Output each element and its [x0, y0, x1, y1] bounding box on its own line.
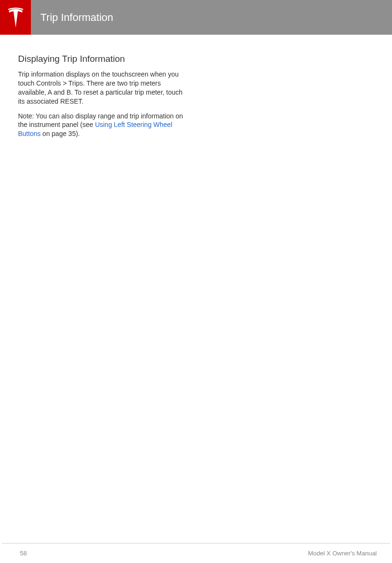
- section-heading: Displaying Trip Information: [18, 54, 186, 64]
- page-title: Trip Information: [40, 11, 113, 24]
- page-footer: 58 Model X Owner's Manual: [2, 543, 390, 563]
- page-number: 58: [20, 550, 27, 557]
- note-suffix: on page 35).: [40, 130, 80, 137]
- title-bar: Trip Information: [31, 0, 392, 35]
- tesla-logo-icon: [6, 8, 25, 28]
- content-area: Displaying Trip Information Trip informa…: [0, 35, 204, 138]
- logo-container: [0, 0, 31, 35]
- body-paragraph: Trip information displays on the touchsc…: [18, 70, 186, 106]
- footer-manual-title: Model X Owner's Manual: [308, 550, 377, 557]
- note-paragraph: Note: You can also display range and tri…: [18, 112, 186, 139]
- page-header: Trip Information: [0, 0, 392, 35]
